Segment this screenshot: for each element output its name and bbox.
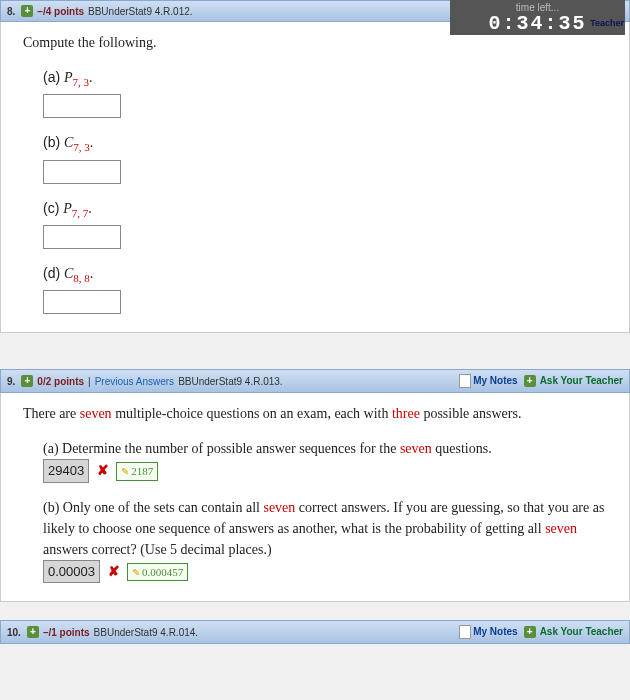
expand-icon[interactable]: + — [21, 5, 33, 17]
q9a-correct-answer: ✎2187 — [116, 462, 158, 481]
ask-teacher-link[interactable]: +Ask Your Teacher — [524, 626, 623, 638]
teacher-tag: Teacher — [590, 18, 624, 28]
q8b-input[interactable] — [43, 160, 121, 184]
q10-points: –/1 points — [43, 627, 90, 638]
q8-body: Compute the following. (a) P7, 3. (b) C7… — [0, 22, 630, 333]
plus-icon: + — [524, 375, 536, 387]
wrong-icon: ✘ — [108, 564, 120, 579]
q10-source: BBUnderStat9 4.R.014. — [94, 627, 199, 638]
q8-points: –/4 points — [37, 6, 84, 17]
plus-icon: + — [524, 626, 536, 638]
q8-source: BBUnderStat9 4.R.012. — [88, 6, 193, 17]
q8d-input[interactable] — [43, 290, 121, 314]
my-notes-link[interactable]: My Notes — [459, 374, 517, 388]
q9a-user-answer[interactable]: 29403 — [43, 459, 89, 483]
q9b-correct-answer: ✎0.000457 — [127, 563, 188, 582]
q8c-input[interactable] — [43, 225, 121, 249]
q9b-user-answer[interactable]: 0.00003 — [43, 560, 100, 584]
q9-part-a: (a) Determine the number of possible ans… — [43, 438, 607, 483]
q9-part-b: (b) Only one of the sets can contain all… — [43, 497, 607, 584]
q9-header: 9. + 0/2 points | Previous Answers BBUnd… — [0, 369, 630, 393]
q9-number: 9. — [7, 376, 15, 387]
q9-points: 0/2 points — [37, 376, 84, 387]
wrong-icon: ✘ — [97, 463, 109, 478]
q8a-input[interactable] — [43, 94, 121, 118]
expand-icon[interactable]: + — [27, 626, 39, 638]
q9-source: BBUnderStat9 4.R.013. — [178, 376, 283, 387]
q8-prompt: Compute the following. — [23, 32, 607, 53]
q10-number: 10. — [7, 627, 21, 638]
q8-part-b: (b) C7, 3. — [43, 132, 607, 183]
q8-number: 8. — [7, 6, 15, 17]
note-icon — [459, 625, 471, 639]
q9-body: There are seven multiple-choice question… — [0, 393, 630, 602]
q10-header: 10. + –/1 points BBUnderStat9 4.R.014. M… — [0, 620, 630, 644]
expand-icon[interactable]: + — [21, 375, 33, 387]
previous-answers-link[interactable]: Previous Answers — [95, 376, 174, 387]
key-icon: ✎ — [121, 464, 129, 479]
note-icon — [459, 374, 471, 388]
key-icon: ✎ — [132, 565, 140, 580]
q8-part-d: (d) C8, 8. — [43, 263, 607, 314]
q8-part-a: (a) P7, 3. — [43, 67, 607, 118]
ask-teacher-link[interactable]: +Ask Your Teacher — [524, 375, 623, 387]
q9-intro: There are seven multiple-choice question… — [23, 403, 607, 424]
q8-part-c: (c) P7, 7. — [43, 198, 607, 249]
my-notes-link[interactable]: My Notes — [459, 625, 517, 639]
